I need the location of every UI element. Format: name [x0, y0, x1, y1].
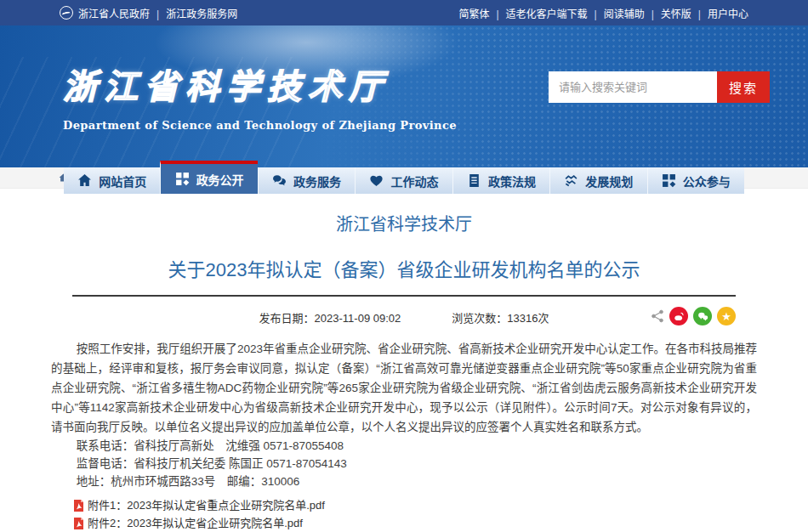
- nav-label: 公众参与: [683, 173, 731, 190]
- nav-item-home[interactable]: 网站首页: [64, 167, 160, 194]
- view-count: 浏览次数：13316次: [452, 309, 549, 325]
- link-care-version[interactable]: 关怀版: [645, 6, 691, 20]
- link-user-center[interactable]: 用户中心: [691, 6, 748, 20]
- site-title-calligraphy: 浙江省科学技术厅: [63, 59, 457, 109]
- main-navigation: 网站首页 政务公开 政务服务 工作动态 政策法规 发展规划: [64, 157, 744, 194]
- nav-label: 政策法规: [488, 173, 536, 190]
- weibo-share-button[interactable]: [669, 307, 688, 325]
- nav-item-development-plans[interactable]: 发展规划: [549, 167, 646, 194]
- title-divider: [72, 295, 736, 297]
- pdf-icon: [73, 518, 84, 529]
- nav-label: 政务服务: [293, 173, 341, 190]
- article-title-line2: 关于2023年拟认定（备案）省级企业研发机构名单的公示: [51, 254, 757, 281]
- link-gov-service-site[interactable]: 浙江政务服务网: [150, 6, 237, 20]
- contact-phone-line: 联系电话：省科技厅高新处 沈维强 0571-87055408: [51, 437, 757, 455]
- attachment-name: 附件2：2023年拟认定省企业研究院名单.pdf: [88, 514, 303, 532]
- article-title-line1: 浙江省科学技术厅: [51, 211, 757, 235]
- top-utility-bar: 浙江省人民政府 浙江政务服务网 简繁体 适老化客户端下载 阅读辅助 关怀版 用户…: [0, 0, 808, 25]
- nav-item-policies[interactable]: 政策法规: [452, 167, 549, 194]
- nav-label: 工作动态: [390, 173, 438, 190]
- nav-label: 政务公开: [196, 171, 244, 188]
- publish-date: 发布日期：2023-11-09 09:02: [259, 309, 401, 325]
- zhejiang-gov-logo-icon: [60, 6, 73, 20]
- star-icon: ★: [721, 311, 731, 322]
- document-icon: [467, 173, 481, 188]
- publish-date-value: 2023-11-09 09:02: [315, 312, 401, 325]
- nav-item-work-updates[interactable]: 工作动态: [355, 167, 452, 194]
- site-logo[interactable]: 浙江省科学技术厅 Department of Science and Techn…: [63, 59, 457, 132]
- chat-bubbles-icon: [272, 173, 287, 188]
- link-reading-assist[interactable]: 阅读辅助: [588, 6, 645, 20]
- nav-item-gov-services[interactable]: 政务服务: [258, 167, 355, 194]
- article-meta-row: 发布日期：2023-11-09 09:02 浏览次数：13316次: [51, 306, 757, 328]
- grid-icon: [175, 172, 190, 186]
- address-line: 地址：杭州市环城西路33号 邮编：310006: [51, 473, 757, 490]
- qzone-share-button[interactable]: ★: [717, 307, 736, 325]
- weibo-icon: [674, 311, 685, 322]
- home-icon: [77, 173, 92, 188]
- publish-date-label: 发布日期：: [259, 312, 315, 325]
- search-button[interactable]: 搜索: [717, 71, 770, 103]
- nav-item-gov-disclosure[interactable]: 政务公开: [160, 161, 257, 194]
- header-banner: 浙江省科学技术厅 Department of Science and Techn…: [0, 25, 808, 167]
- view-count-value: 13316次: [507, 312, 549, 325]
- attachment-link-1[interactable]: 附件1：2023年拟认定省重点企业研究院名单.pdf: [51, 496, 757, 514]
- site-search: 搜索: [549, 71, 770, 103]
- handshake-icon: [564, 173, 578, 188]
- wechat-icon: [697, 311, 708, 322]
- article-content: 浙江省科学技术厅 关于2023年拟认定（备案）省级企业研发机构名单的公示 发布日…: [0, 211, 808, 532]
- wechat-share-button[interactable]: [693, 307, 712, 325]
- link-simplified-traditional[interactable]: 简繁体: [458, 6, 489, 20]
- participation-icon: [662, 173, 676, 188]
- view-count-label: 浏览次数：: [452, 312, 507, 325]
- gov-links: 浙江省人民政府 浙江政务服务网: [60, 6, 237, 20]
- link-elderly-client-download[interactable]: 适老化客户端下载: [489, 6, 587, 20]
- search-input[interactable]: [549, 71, 717, 103]
- attachment-name: 附件1：2023年拟认定省重点企业研究院名单.pdf: [88, 496, 325, 514]
- link-provincial-government[interactable]: 浙江省人民政府: [78, 6, 150, 20]
- nav-label: 网站首页: [99, 173, 146, 190]
- nav-label: 发展规划: [585, 173, 633, 190]
- heart-icon: [369, 173, 384, 188]
- pdf-icon: [73, 500, 84, 512]
- supervision-phone-line: 监督电话：省科技厅机关纪委 陈国正 0571-87054143: [51, 455, 757, 473]
- site-title-english: Department of Science and Technology of …: [63, 119, 457, 132]
- share-icon[interactable]: [651, 309, 664, 323]
- nav-item-public-participation[interactable]: 公众参与: [647, 167, 744, 194]
- utility-links: 简繁体 适老化客户端下载 阅读辅助 关怀版 用户中心: [458, 6, 748, 20]
- article-body-paragraph: 按照工作安排，我厅组织开展了2023年省重点企业研究院、省企业研究院、省高新技术…: [51, 339, 757, 437]
- attachment-list: 附件1：2023年拟认定省重点企业研究院名单.pdf 附件2：2023年拟认定省…: [51, 496, 757, 532]
- attachment-link-2[interactable]: 附件2：2023年拟认定省企业研究院名单.pdf: [51, 514, 757, 532]
- share-buttons: ★: [651, 307, 736, 325]
